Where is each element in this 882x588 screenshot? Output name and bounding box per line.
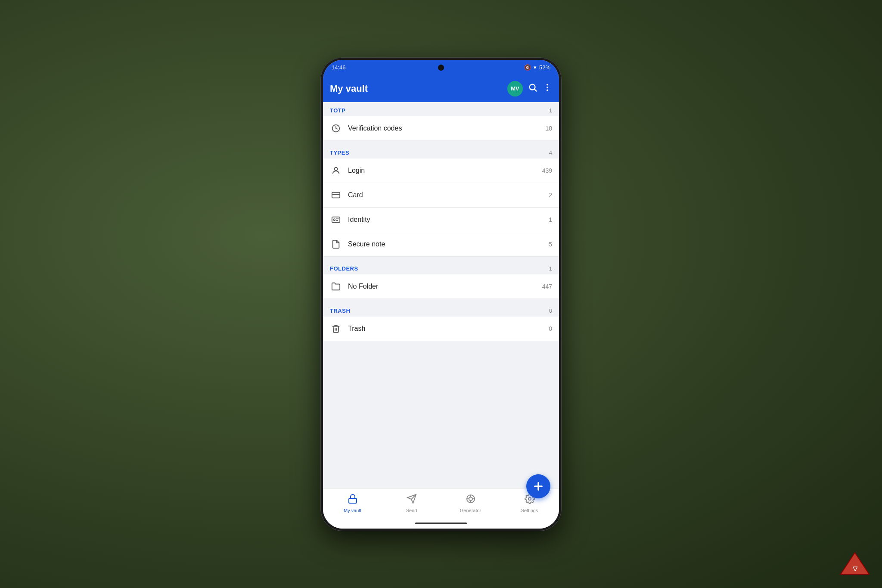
section-header-folders: Folders 1 (323, 260, 559, 274)
svg-line-1 (534, 89, 537, 91)
svg-point-2 (547, 84, 548, 85)
svg-point-10 (334, 219, 335, 221)
svg-point-0 (530, 84, 535, 90)
mute-icon: 🔇 (524, 64, 531, 71)
app-title: My vault (330, 83, 502, 94)
list-item-verification-codes[interactable]: Verification codes 18 (323, 116, 559, 141)
verification-codes-count: 18 (539, 125, 552, 132)
generator-icon (466, 494, 476, 507)
identity-icon (330, 214, 342, 226)
more-options-icon[interactable] (543, 83, 552, 95)
bottom-nav: My vault Send (323, 488, 559, 518)
send-icon (407, 494, 417, 507)
nav-label-generator: Generator (460, 508, 481, 513)
battery-text: 52% (539, 64, 550, 71)
no-folder-count: 447 (539, 283, 552, 290)
status-bar: 14:46 🔇 ▾ 52% (323, 60, 559, 75)
card-icon (330, 189, 342, 201)
svg-point-3 (547, 87, 548, 88)
trash-count: 0 (539, 325, 552, 332)
avatar[interactable]: MV (507, 81, 523, 96)
lock-icon (348, 494, 358, 507)
svg-rect-7 (332, 192, 340, 198)
app-bar: My vault MV (323, 75, 559, 102)
section-header-types: Types 4 (323, 144, 559, 159)
login-count: 439 (539, 167, 552, 174)
section-count-folders: 1 (549, 265, 552, 272)
login-icon (330, 165, 342, 177)
nav-item-send[interactable]: Send (382, 490, 441, 516)
list-item-card[interactable]: Card 2 (323, 183, 559, 208)
identity-label: Identity (348, 216, 533, 224)
list-item-login[interactable]: Login 439 (323, 159, 559, 183)
camera-notch (438, 65, 444, 71)
nav-label-send: Send (406, 508, 417, 513)
watermark: ▽ (840, 551, 870, 576)
identity-count: 1 (539, 216, 552, 223)
section-title-totp: TOTP (330, 107, 345, 114)
add-button[interactable] (526, 474, 550, 498)
wifi-icon: ▾ (534, 64, 537, 71)
section-title-folders: Folders (330, 265, 358, 272)
verification-codes-label: Verification codes (348, 124, 533, 132)
list-item-secure-note[interactable]: Secure note 5 (323, 232, 559, 257)
card-label: Card (348, 191, 533, 199)
card-count: 2 (539, 192, 552, 199)
clock-icon (330, 122, 342, 134)
svg-text:▽: ▽ (852, 565, 858, 572)
nav-item-my-vault[interactable]: My vault (323, 490, 382, 516)
section-count-trash: 0 (549, 308, 552, 314)
no-folder-label: No Folder (348, 283, 533, 290)
nav-label-settings: Settings (521, 508, 538, 513)
content-area: TOTP 1 Verification codes 18 Types 4 (323, 102, 559, 488)
folder-icon (330, 280, 342, 292)
trash-icon (330, 323, 342, 335)
section-count-types: 4 (549, 149, 552, 156)
search-icon[interactable] (528, 83, 537, 95)
secure-note-label: Secure note (348, 240, 533, 248)
status-icons: 🔇 ▾ 52% (524, 64, 550, 71)
section-count-totp: 1 (549, 107, 552, 114)
section-header-totp: TOTP 1 (323, 102, 559, 116)
svg-point-4 (547, 89, 548, 91)
list-item-identity[interactable]: Identity 1 (323, 208, 559, 232)
phone-screen: 14:46 🔇 ▾ 52% My vault MV (323, 60, 559, 529)
list-item-trash[interactable]: Trash 0 (323, 317, 559, 341)
list-item-no-folder[interactable]: No Folder 447 (323, 274, 559, 299)
secure-note-count: 5 (539, 241, 552, 248)
svg-point-24 (528, 498, 531, 500)
trash-label: Trash (348, 325, 533, 333)
secure-note-icon (330, 238, 342, 250)
svg-point-19 (469, 497, 472, 501)
home-bar (415, 523, 467, 524)
svg-rect-9 (332, 217, 340, 222)
section-title-types: Types (330, 149, 349, 156)
svg-point-6 (334, 167, 337, 170)
section-header-trash: Trash 0 (323, 302, 559, 317)
nav-label-my-vault: My vault (344, 508, 361, 513)
nav-item-generator[interactable]: Generator (441, 490, 500, 516)
phone-device: 14:46 🔇 ▾ 52% My vault MV (320, 57, 562, 531)
svg-rect-15 (349, 498, 357, 503)
login-label: Login (348, 167, 533, 174)
home-indicator (323, 518, 559, 529)
status-time: 14:46 (332, 64, 346, 71)
section-title-trash: Trash (330, 308, 350, 314)
